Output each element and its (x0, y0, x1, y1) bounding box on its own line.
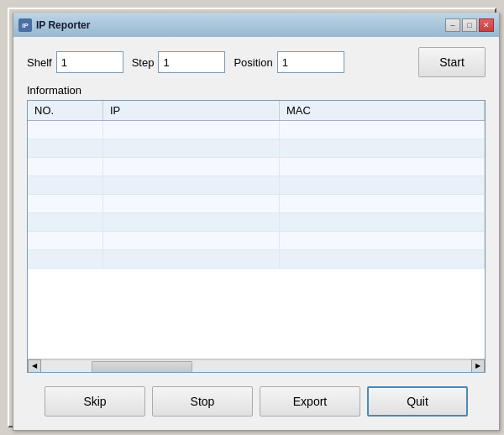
step-label: Step (132, 56, 155, 69)
table-header: NO. IP MAC (28, 101, 485, 121)
table-row (28, 176, 485, 195)
window: IP IP Reporter – □ ✕ Shelf Step (13, 13, 500, 431)
position-field-group: Position (234, 51, 344, 73)
table-row (28, 250, 485, 269)
table-row (28, 195, 485, 213)
app-icon: IP (18, 18, 32, 32)
outer-frame: IP IP Reporter – □ ✕ Shelf Step (8, 8, 496, 427)
scroll-track[interactable] (41, 359, 471, 373)
title-bar-buttons: – □ ✕ (445, 18, 494, 32)
stop-button[interactable]: Stop (152, 386, 253, 417)
column-header-ip: IP (103, 101, 280, 120)
close-button[interactable]: ✕ (479, 18, 494, 32)
bottom-row: Skip Stop Export Quit (27, 380, 486, 420)
table-row (28, 139, 485, 158)
column-header-mac: MAC (280, 101, 485, 120)
maximize-button[interactable]: □ (462, 18, 477, 32)
table-row (28, 213, 485, 232)
skip-button[interactable]: Skip (45, 386, 145, 417)
window-title: IP Reporter (36, 19, 445, 31)
content-area: Shelf Step Position Start Information (13, 37, 499, 430)
minimize-button[interactable]: – (445, 18, 460, 32)
scroll-right-button[interactable]: ▶ (471, 359, 485, 373)
table-body (28, 121, 485, 359)
scroll-left-button[interactable]: ◀ (28, 359, 41, 373)
step-field-group: Step (132, 51, 226, 73)
step-input[interactable] (158, 51, 225, 73)
title-bar: IP IP Reporter – □ ✕ (13, 13, 499, 37)
position-label: Position (234, 56, 272, 69)
table-row (28, 232, 485, 250)
top-row: Shelf Step Position Start (27, 47, 486, 77)
table-row (28, 158, 485, 176)
quit-button[interactable]: Quit (367, 386, 468, 417)
scroll-thumb[interactable] (92, 361, 192, 373)
information-section: Information NO. IP MAC (27, 84, 486, 373)
column-header-no: NO. (28, 101, 103, 120)
start-button[interactable]: Start (418, 47, 486, 77)
information-label: Information (27, 84, 486, 97)
shelf-input[interactable] (56, 51, 123, 73)
position-input[interactable] (277, 51, 344, 73)
table-container: NO. IP MAC (27, 100, 486, 373)
shelf-field-group: Shelf (27, 51, 123, 73)
export-button[interactable]: Export (260, 386, 360, 417)
horizontal-scrollbar[interactable]: ◀ ▶ (28, 359, 485, 372)
table-row (28, 121, 485, 139)
shelf-label: Shelf (27, 56, 52, 69)
